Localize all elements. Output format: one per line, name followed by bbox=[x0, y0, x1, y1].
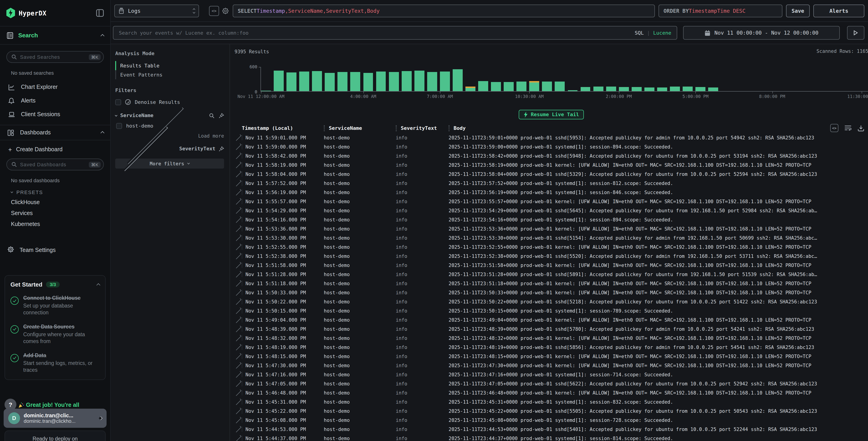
order-by-input[interactable]: ORDER BY TimestampTime DESC bbox=[658, 4, 782, 17]
denoise-checkbox[interactable] bbox=[115, 99, 121, 105]
histogram-bar[interactable] bbox=[453, 69, 463, 91]
row-expand-icon[interactable] bbox=[235, 146, 242, 148]
table-row[interactable]: Nov 11 5:58:19.000 PMhost-demoinfo2025-1… bbox=[235, 160, 868, 170]
table-row[interactable]: Nov 11 5:48:15.000 PMhost-demoinfo2025-1… bbox=[235, 352, 868, 361]
histogram-bar[interactable] bbox=[695, 87, 706, 91]
row-expand-icon[interactable] bbox=[235, 292, 242, 293]
histogram-bar[interactable] bbox=[581, 87, 590, 91]
histogram-bar[interactable] bbox=[708, 87, 718, 91]
table-row[interactable]: Nov 11 5:44:53.000 PMhost-demoinfo2025-1… bbox=[235, 424, 868, 434]
download-icon[interactable] bbox=[858, 125, 864, 131]
histogram-bar[interactable] bbox=[338, 72, 348, 91]
histogram-bar[interactable] bbox=[670, 86, 680, 91]
table-row[interactable]: Nov 11 5:47:05.000 PMhost-demoinfo2025-1… bbox=[235, 379, 868, 388]
row-expand-icon[interactable] bbox=[235, 401, 242, 403]
histogram-bar[interactable] bbox=[632, 87, 642, 91]
table-row[interactable]: Nov 11 5:50:33.000 PMhost-demoinfo2025-1… bbox=[235, 288, 868, 297]
row-expand-icon[interactable] bbox=[235, 328, 242, 330]
preset-item-clickhouse[interactable]: ClickHouse bbox=[11, 197, 110, 208]
table-row[interactable]: Nov 11 5:45:31.000 PMhost-demoinfo2025-1… bbox=[235, 397, 868, 406]
column-resize-handle[interactable] bbox=[448, 125, 450, 131]
table-row[interactable]: Nov 11 5:51:58.000 PMhost-demoinfo2025-1… bbox=[235, 261, 868, 270]
source-select[interactable]: Logs bbox=[114, 4, 199, 17]
select-query-input[interactable]: SELECT Timestamp,ServiceName,SeverityTex… bbox=[233, 4, 655, 17]
table-row[interactable]: Nov 11 5:52:55.000 PMhost-demoinfo2025-1… bbox=[235, 242, 868, 252]
row-expand-icon[interactable] bbox=[235, 419, 242, 421]
row-expand-icon[interactable] bbox=[235, 210, 242, 211]
preset-item-services[interactable]: Services bbox=[11, 208, 110, 219]
histogram-bar[interactable] bbox=[542, 81, 552, 91]
denoise-results-option[interactable]: Denoise Results bbox=[115, 99, 224, 105]
row-expand-icon[interactable] bbox=[235, 355, 242, 357]
mode-event-patterns[interactable]: Event Patterns bbox=[115, 70, 224, 79]
code-view-button[interactable]: <> bbox=[830, 124, 838, 132]
alerts-button[interactable]: Alerts bbox=[813, 4, 864, 17]
row-expand-icon[interactable] bbox=[235, 182, 242, 184]
chevron-up-icon[interactable] bbox=[101, 32, 104, 38]
histogram-bar[interactable] bbox=[619, 87, 629, 91]
create-dashboard-button[interactable]: + Create Dashboard bbox=[0, 143, 110, 156]
chevron-up-icon[interactable] bbox=[97, 281, 100, 288]
table-row[interactable]: Nov 11 5:48:19.000 PMhost-demoinfo2025-1… bbox=[235, 343, 868, 352]
table-row[interactable]: Nov 11 5:58:04.000 PMhost-demoinfo2025-1… bbox=[235, 170, 868, 179]
histogram-bar[interactable] bbox=[504, 82, 514, 91]
preset-item-kubernetes[interactable]: Kubernetes bbox=[11, 219, 110, 230]
chevron-up-icon[interactable] bbox=[101, 129, 104, 136]
pin-icon[interactable] bbox=[219, 113, 224, 118]
table-row[interactable]: Nov 11 5:48:32.000 PMhost-demoinfo2025-1… bbox=[235, 333, 868, 343]
histogram-bar[interactable] bbox=[389, 72, 399, 91]
sidebar-item-dashboards[interactable]: Dashboards bbox=[0, 125, 110, 140]
row-expand-icon[interactable] bbox=[235, 273, 242, 275]
row-expand-icon[interactable] bbox=[235, 173, 242, 175]
search-icon[interactable] bbox=[209, 113, 215, 118]
column-header-body[interactable]: Body bbox=[448, 125, 868, 131]
histogram-bar[interactable] bbox=[427, 72, 437, 91]
column-header-severitytext[interactable]: SeverityText bbox=[396, 125, 448, 131]
histogram-plot[interactable]: Nov 11 12:00:00 AM4:00:00 AM7:00:00 AM10… bbox=[260, 67, 868, 92]
sidebar-item-search[interactable]: Search bbox=[0, 26, 110, 45]
histogram-bar[interactable] bbox=[491, 82, 501, 91]
sidebar-item-client-sessions[interactable]: Client Sessions bbox=[6, 108, 104, 121]
table-row[interactable]: Nov 11 5:45:22.000 PMhost-demoinfo2025-1… bbox=[235, 406, 868, 415]
histogram-bar[interactable] bbox=[376, 71, 386, 91]
histogram-bar[interactable] bbox=[529, 81, 539, 91]
table-row[interactable]: Nov 11 5:52:38.000 PMhost-demoinfo2025-1… bbox=[235, 252, 868, 261]
row-expand-icon[interactable] bbox=[235, 137, 242, 139]
sidebar-item-alerts[interactable]: Alerts bbox=[6, 94, 104, 108]
row-expand-icon[interactable] bbox=[235, 374, 242, 375]
histogram-bar[interactable] bbox=[350, 72, 361, 91]
code-toggle-button[interactable]: <> bbox=[209, 6, 219, 16]
table-row[interactable]: Nov 11 5:56:19.000 PMhost-demoinfo2025-1… bbox=[235, 188, 868, 197]
table-row[interactable]: Nov 11 5:54:16.000 PMhost-demoinfo2025-1… bbox=[235, 215, 868, 224]
saved-searches-input[interactable]: Saved Searches ⌘K bbox=[6, 51, 104, 63]
host-demo-checkbox[interactable] bbox=[116, 123, 122, 129]
histogram-bar[interactable] bbox=[363, 73, 373, 91]
histogram-bar[interactable] bbox=[593, 87, 603, 91]
facet-servicename[interactable]: ServiceName bbox=[115, 113, 224, 118]
table-row[interactable]: Nov 11 5:58:42.000 PMhost-demoinfo2025-1… bbox=[235, 151, 868, 160]
events-histogram[interactable]: 600 0 Nov 11 12:00:00 AM4:00:00 AM7:00:0… bbox=[235, 63, 868, 100]
facet-severitytext[interactable]: SeverityText bbox=[115, 146, 224, 152]
search-input[interactable]: Search your events w/ Lucene ex. column:… bbox=[113, 26, 677, 40]
table-row[interactable]: Nov 11 5:45:08.000 PMhost-demoinfo2025-1… bbox=[235, 415, 868, 424]
row-expand-icon[interactable] bbox=[235, 301, 242, 302]
table-row[interactable]: Nov 11 5:48:39.000 PMhost-demoinfo2025-1… bbox=[235, 324, 868, 333]
table-row[interactable]: Nov 11 5:53:36.000 PMhost-demoinfo2025-1… bbox=[235, 224, 868, 233]
facet-value-host-demo[interactable]: host-demo bbox=[116, 123, 224, 129]
table-row[interactable]: Nov 11 5:50:22.000 PMhost-demoinfo2025-1… bbox=[235, 297, 868, 306]
table-row[interactable]: Nov 11 5:59:01.000 PMhost-demoinfo2025-1… bbox=[235, 133, 868, 142]
histogram-bar[interactable] bbox=[274, 70, 284, 91]
table-row[interactable]: Nov 11 5:49:04.000 PMhost-demoinfo2025-1… bbox=[235, 315, 868, 324]
row-expand-icon[interactable] bbox=[235, 392, 242, 393]
row-expand-icon[interactable] bbox=[235, 428, 242, 430]
row-expand-icon[interactable] bbox=[235, 346, 242, 348]
row-expand-icon[interactable] bbox=[235, 164, 242, 166]
row-expand-icon[interactable] bbox=[235, 319, 242, 321]
pin-icon[interactable] bbox=[219, 146, 224, 151]
histogram-bar[interactable] bbox=[606, 87, 616, 91]
mode-results-table[interactable]: Results Table bbox=[115, 61, 224, 70]
sidebar-item-team-settings[interactable]: Team Settings bbox=[7, 243, 104, 257]
histogram-bar[interactable] bbox=[299, 71, 309, 91]
row-expand-icon[interactable] bbox=[235, 201, 242, 202]
table-row[interactable]: Nov 11 5:47:30.000 PMhost-demoinfo2025-1… bbox=[235, 361, 868, 370]
